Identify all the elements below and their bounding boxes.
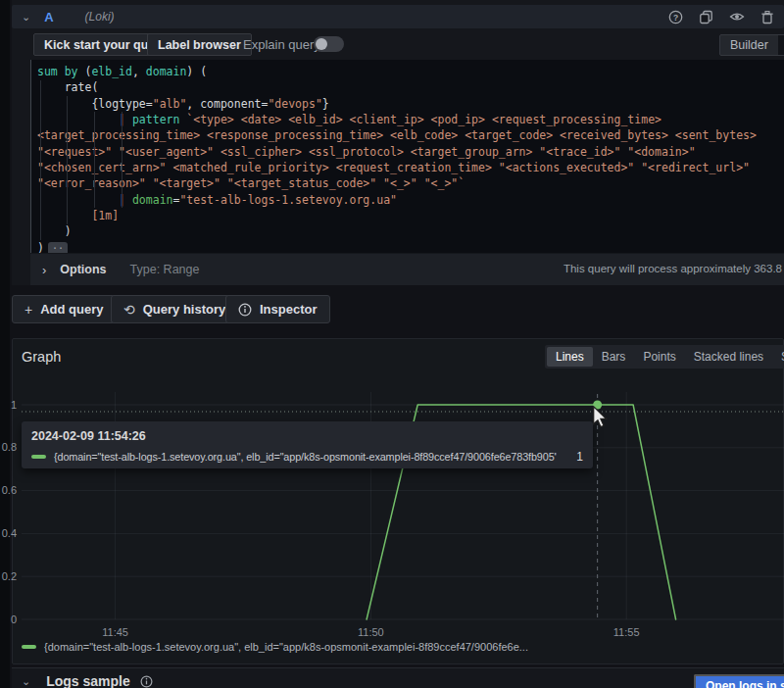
code-line: )·· bbox=[37, 240, 784, 253]
legend-color-dash bbox=[22, 645, 36, 649]
info-circle-icon bbox=[140, 675, 153, 688]
query-header-actions: ? bbox=[668, 10, 774, 25]
graph-panel-title: Graph bbox=[22, 349, 61, 365]
graph-style-option[interactable]: Points bbox=[634, 347, 684, 367]
svg-text:?: ? bbox=[673, 12, 678, 22]
series-color-dash bbox=[31, 455, 46, 459]
code-lines: sum by (elb_id, domain) ( rate( {logtype… bbox=[37, 64, 784, 253]
explain-query-toggle[interactable] bbox=[314, 36, 344, 52]
code-line: rate( bbox=[37, 79, 784, 95]
graph-panel bbox=[12, 338, 784, 664]
chart-legend[interactable]: {domain="test-alb-logs-1.setevoy.org.ua"… bbox=[22, 641, 766, 653]
tooltip-timestamp: 2024-02-09 11:54:26 bbox=[31, 429, 583, 443]
query-row-header[interactable]: ⌄ A (Loki) ? bbox=[12, 5, 784, 28]
graph-style-toggle: LinesBarsPointsStacked linesStacked bars bbox=[545, 345, 784, 369]
logs-sample-section-header[interactable]: ⌄ Logs sample bbox=[12, 667, 784, 688]
code-line: "<error_reason>" "<target>" "<target_sta… bbox=[37, 175, 784, 191]
tooltip-series-value: 1 bbox=[564, 450, 583, 464]
datasource-name: (Loki) bbox=[85, 10, 115, 24]
query-history-button[interactable]: ⟲ Query history bbox=[111, 295, 238, 323]
builder-mode-button[interactable]: Builder bbox=[720, 35, 778, 55]
tooltip-series-label: {domain="test-alb-logs-1.setevoy.org.ua"… bbox=[54, 451, 557, 463]
code-line: | domain="test-alb-logs-1.setevoy.org.ua… bbox=[37, 192, 784, 208]
copy-query-icon[interactable] bbox=[699, 10, 713, 25]
graph-style-option[interactable]: Bars bbox=[593, 347, 635, 367]
open-logs-split-button[interactable]: Open logs in split v bbox=[694, 674, 784, 688]
eye-icon[interactable] bbox=[729, 10, 745, 24]
inspector-button[interactable]: Inspector bbox=[225, 295, 330, 323]
code-line: <target_processing_time> <response_proce… bbox=[37, 127, 784, 143]
logs-sample-label: Logs sample bbox=[46, 673, 130, 688]
code-line: ) bbox=[37, 223, 784, 239]
code-line: "<chosen_cert_arn>" <matched_rule_priori… bbox=[37, 160, 784, 175]
chevron-right-icon[interactable]: › bbox=[42, 263, 46, 277]
query-options-row[interactable]: › Options Type: Range This query will pr… bbox=[30, 254, 784, 285]
history-icon: ⟲ bbox=[123, 303, 135, 317]
graph-style-option[interactable]: Stacked bars bbox=[772, 347, 784, 367]
options-label: Options bbox=[60, 263, 106, 276]
indent-guide bbox=[122, 112, 122, 208]
chevron-down-icon[interactable]: ⌄ bbox=[22, 676, 30, 687]
plus-icon: + bbox=[24, 303, 32, 317]
editor-ghost-badge: ·· bbox=[48, 242, 68, 253]
builder-code-toggle: Builder Code bbox=[719, 34, 784, 56]
label-browser-button[interactable]: Label browser bbox=[147, 33, 252, 56]
add-query-label: Add query bbox=[40, 302, 103, 317]
query-ref-id: A bbox=[44, 10, 53, 25]
indent-guide bbox=[40, 80, 41, 240]
chevron-down-icon[interactable]: ⌄ bbox=[22, 12, 30, 23]
explain-query-label: Explain query bbox=[243, 37, 320, 52]
add-query-button[interactable]: + Add query bbox=[12, 295, 116, 323]
explore-view: ⌄ A (Loki) ? Kick start your query Label… bbox=[0, 0, 784, 688]
trash-icon[interactable] bbox=[760, 10, 774, 25]
query-history-label: Query history bbox=[143, 302, 226, 317]
code-line: | pattern `<type> <date> <elb_id> <clien… bbox=[37, 112, 784, 127]
graph-style-option[interactable]: Stacked lines bbox=[685, 347, 772, 367]
toggle-knob bbox=[316, 38, 327, 50]
query-stats-text: This query will process approximately 36… bbox=[564, 263, 782, 274]
code-line: sum by (elb_id, domain) ( bbox=[37, 64, 784, 79]
inspector-label: Inspector bbox=[260, 302, 318, 317]
chart-tooltip: 2024-02-09 11:54:26 {domain="test-alb-lo… bbox=[22, 421, 593, 468]
left-edge-strip bbox=[0, 0, 10, 688]
legend-series-label[interactable]: {domain="test-alb-logs-1.setevoy.org.ua"… bbox=[44, 641, 528, 653]
mouse-cursor-icon bbox=[592, 406, 609, 432]
code-line: [1m] bbox=[37, 208, 784, 223]
info-circle-icon bbox=[238, 303, 252, 317]
help-icon[interactable]: ? bbox=[668, 10, 683, 25]
code-line: "<request>" "<user_agent>" <ssl_cipher> … bbox=[37, 144, 784, 160]
logql-code-editor[interactable]: sum by (elb_id, domain) ( rate( {logtype… bbox=[30, 60, 784, 253]
options-type-range: Type: Range bbox=[130, 263, 200, 276]
code-line: {logtype="alb", component="devops"} bbox=[37, 96, 784, 112]
indent-guide bbox=[94, 112, 95, 208]
code-mode-button[interactable]: Code bbox=[778, 35, 784, 55]
indent-guide bbox=[67, 96, 68, 224]
graph-style-option[interactable]: Lines bbox=[547, 347, 593, 367]
